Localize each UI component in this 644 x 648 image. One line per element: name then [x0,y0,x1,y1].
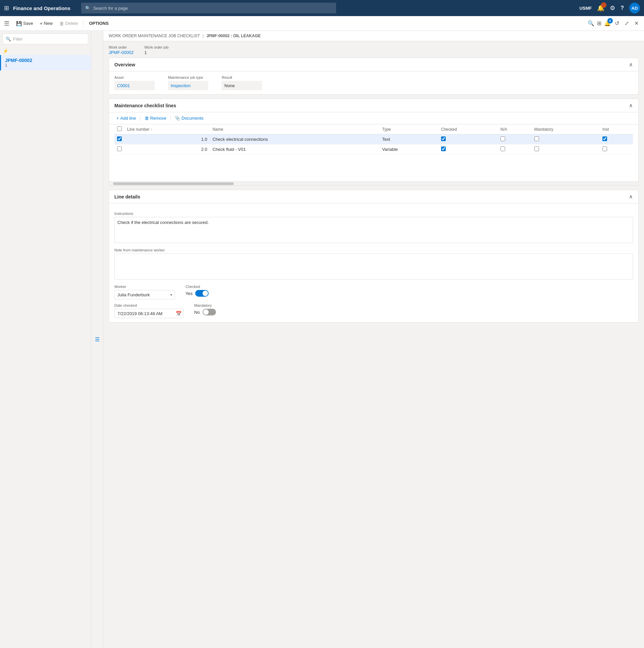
asset-label: Asset [114,75,155,79]
overview-section: Overview ∧ Asset C0001 Maintenance job t… [109,58,639,95]
table-row[interactable]: 1.0 Check electrical connections Text [114,134,633,145]
table-row[interactable]: 2.0 Check fluid - V01 Variable [114,145,633,155]
row-inst-checkbox[interactable] [602,137,607,141]
add-line-button[interactable]: + Add line [114,115,138,121]
overview-collapse-icon: ∧ [629,61,633,68]
toggle-knob [203,291,208,296]
save-button[interactable]: 💾 Save [13,19,36,28]
settings-icon[interactable]: ⚙ [610,4,615,12]
row-select-checkbox[interactable] [117,137,122,141]
row-mandatory [532,145,600,155]
breadcrumb: WORK ORDER MAINTENANCE JOB CHECKLIST | J… [103,31,644,41]
popout-button[interactable]: ⤢ [623,19,630,28]
notification-badge: 0 [607,18,613,23]
sidebar-filter: 🔍 [3,34,88,44]
row-mandatory-checkbox[interactable] [534,137,539,141]
row-na-checkbox[interactable] [500,137,505,141]
note-textarea[interactable] [114,254,633,280]
row-checked-checkbox[interactable] [441,147,446,151]
new-button[interactable]: + New [37,19,55,28]
row-inst-checkbox[interactable] [602,147,607,151]
work-order-job-field: Work order job 1 [144,45,168,55]
filter-input[interactable] [13,37,85,42]
row-na-checkbox[interactable] [500,147,505,151]
mandatory-toggle[interactable] [203,309,216,316]
date-input[interactable] [114,309,184,318]
mandatory-toggle-inner: No [194,309,216,316]
date-mandatory-row: Date checked 📅 Mandatory No [114,304,633,318]
mandatory-toggle-knob [203,310,209,315]
search-box: 🔍 [81,3,336,13]
result-value: None [222,81,262,90]
date-wrapper: 📅 [114,309,184,318]
sidebar-item-jpmf00002[interactable]: JPMF-00002 1 [0,55,91,70]
save-icon: 💾 [16,21,22,26]
checked-yes-label: Yes [186,291,193,296]
row-select-checkbox[interactable] [117,147,122,151]
search-input[interactable] [93,6,332,11]
overview-section-header[interactable]: Overview ∧ [109,58,638,71]
filter-icon[interactable]: ⚡ [3,48,8,54]
worker-select-wrapper: Julia Funderburk ▾ [114,290,175,300]
menu-toggle-icon[interactable]: ☰ [4,20,9,27]
breadcrumb-part1: WORK ORDER MAINTENANCE JOB CHECKLIST [109,34,200,38]
bell-icon[interactable]: 🔔 [597,4,604,12]
scroll-track[interactable] [113,182,234,185]
overview-title: Overview [114,62,135,67]
close-button[interactable]: ✕ [633,19,640,28]
help-icon[interactable]: ? [621,5,624,11]
overview-body: Asset C0001 Maintenance job type Inspect… [109,71,638,94]
select-all-checkbox[interactable] [117,126,122,131]
row-line-number: 2.0 [125,145,210,155]
checklist-section-header[interactable]: Maintenance checklist lines ∧ [109,99,638,112]
bell-badge [601,2,606,8]
worker-label: Worker [114,285,175,289]
mandatory-no-label: No [194,310,200,315]
delete-button[interactable]: 🗑 Delete [57,19,81,28]
remove-icon: 🗑 [145,116,149,121]
job-type-value[interactable]: Inspection [168,81,208,90]
hamburger-icon: ☰ [95,336,100,342]
search-action-icon[interactable]: 🔍 [588,20,594,26]
checked-toggle-inner: Yes [186,290,209,297]
worker-select[interactable]: Julia Funderburk [114,290,175,300]
org-label: USMF [579,6,592,11]
add-icon: + [116,116,119,121]
breadcrumb-part2: JPMF-00002 : OIL LEAKAGE [206,34,261,38]
app-grid-icon[interactable]: ⊞ [4,4,9,12]
instructions-label: Instructions [114,212,633,216]
sidebar-menu-icon[interactable]: ☰ [91,31,103,648]
checklist-table: Line number ↑ Name Type Checked N/A Mand… [114,124,633,155]
worker-field: Worker Julia Funderburk ▾ [114,285,175,300]
result-field: Result None [222,75,262,90]
options-label[interactable]: OPTIONS [86,19,111,27]
col-mandatory: Mandatory [532,124,600,134]
note-field: Note from maintenance worker [114,248,633,281]
sidebar-list: JPMF-00002 1 [0,55,91,648]
avatar[interactable]: AD [629,3,640,13]
refresh-button[interactable]: ↺ [613,19,621,28]
grid-view-icon[interactable]: ⊞ [597,20,601,26]
checklist-table-wrapper: Line number ↑ Name Type Checked N/A Mand… [109,124,638,155]
documents-icon: 📎 [175,116,180,121]
result-label: Result [222,75,262,79]
linedetails-section-header[interactable]: Line details ∧ [109,190,638,204]
documents-button[interactable]: 📎 Documents [173,115,206,121]
delete-icon: 🗑 [59,21,64,26]
checklist-collapse-icon: ∧ [629,102,633,109]
row-inst [600,145,633,155]
sidebar: 🔍 ⚡ JPMF-00002 1 [0,31,91,648]
checked-toggle[interactable] [195,290,209,297]
work-order-link[interactable]: JPMF-00002 [109,50,134,55]
notification-action-icon[interactable]: 🔔 0 [604,20,611,26]
row-inst [600,134,633,145]
asset-value[interactable]: C0001 [114,81,155,90]
instructions-textarea[interactable] [114,217,633,243]
linedetails-title: Line details [114,194,140,200]
remove-button[interactable]: 🗑 Remove [143,115,168,121]
row-mandatory-checkbox[interactable] [534,147,539,151]
checklist-toolbar: + Add line 🗑 Remove 📎 Documents [109,112,638,124]
row-checked-checkbox[interactable] [441,137,446,141]
row-type: Variable [379,145,438,155]
scroll-area [109,181,638,185]
